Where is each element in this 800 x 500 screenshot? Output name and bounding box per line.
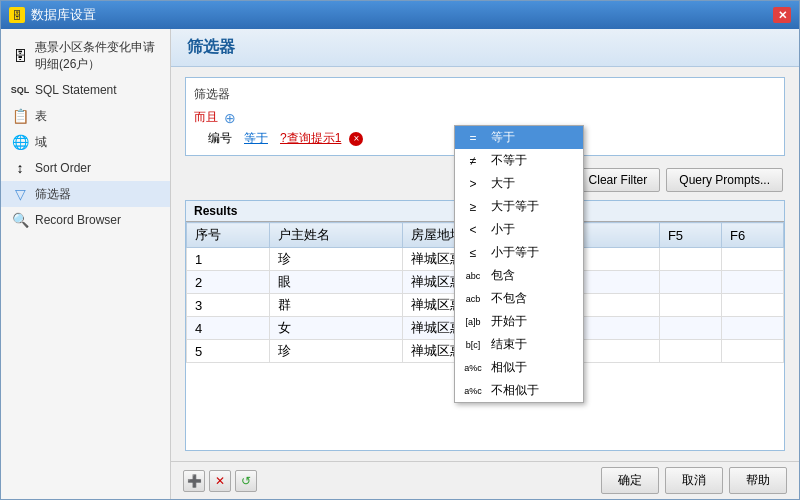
col-header-f5: F5 <box>659 223 721 248</box>
lt-label: 小于 <box>491 221 515 238</box>
col-header-seqno: 序号 <box>187 223 270 248</box>
table-cell: 珍 <box>269 340 402 363</box>
and-label: 而且 <box>194 109 218 126</box>
help-button[interactable]: 帮助 <box>729 467 787 494</box>
table-cell: 珍 <box>269 248 402 271</box>
clear-filter-button[interactable]: Clear Filter <box>576 168 661 192</box>
dropdown-item-contains[interactable]: abc 包含 <box>455 264 583 287</box>
gte-label: 大于等于 <box>491 198 539 215</box>
query-prompts-button[interactable]: Query Prompts... <box>666 168 783 192</box>
bottom-left-buttons: ➕ ✕ ↺ <box>183 470 257 492</box>
lt-icon: < <box>463 223 483 237</box>
dropdown-item-gte[interactable]: ≥ 大于等于 <box>455 195 583 218</box>
window-title: 数据库设置 <box>31 6 96 24</box>
main-area: 筛选器 筛选器 而且 ⊕ 编号 等于 ?查询提示1 × <box>171 29 799 499</box>
table-cell: 1 <box>187 248 270 271</box>
content-area: 🗄 惠景小区条件变化申请明细(26户） SQL SQL Statement 📋 … <box>1 29 799 499</box>
dropdown-item-notlike[interactable]: a%c 不相似于 <box>455 379 583 402</box>
table-cell <box>721 248 783 271</box>
startswith-label: 开始于 <box>491 313 527 330</box>
table-cell <box>659 248 721 271</box>
dropdown-item-startswith[interactable]: [a]b 开始于 <box>455 310 583 333</box>
notcontains-icon: acb <box>463 294 483 304</box>
dropdown-item-notcontains[interactable]: acb 不包含 <box>455 287 583 310</box>
dropdown-item-lt[interactable]: < 小于 <box>455 218 583 241</box>
bottom-right-buttons: 确定 取消 帮助 <box>601 467 787 494</box>
record-icon: 🔍 <box>11 211 29 229</box>
contains-icon: abc <box>463 271 483 281</box>
remove-condition-button[interactable]: × <box>349 132 363 146</box>
dropdown-item-lte[interactable]: ≤ 小于等于 <box>455 241 583 264</box>
dropdown-item-endswith[interactable]: b[c] 结束于 <box>455 333 583 356</box>
dropdown-item-gt[interactable]: > 大于 <box>455 172 583 195</box>
close-button[interactable]: ✕ <box>773 7 791 23</box>
notlike-icon: a%c <box>463 386 483 396</box>
table-cell: 5 <box>187 340 270 363</box>
sidebar-label-domain: 域 <box>35 134 47 151</box>
contains-label: 包含 <box>491 267 515 284</box>
sidebar-label-sql: SQL Statement <box>35 83 117 97</box>
table-cell: 眼 <box>269 271 402 294</box>
refresh-button[interactable]: ↺ <box>235 470 257 492</box>
domain-icon: 🌐 <box>11 133 29 151</box>
add-record-button[interactable]: ➕ <box>183 470 205 492</box>
col-header-name: 户主姓名 <box>269 223 402 248</box>
notequals-icon: ≠ <box>463 154 483 168</box>
table-cell <box>721 294 783 317</box>
confirm-button[interactable]: 确定 <box>601 467 659 494</box>
table-icon: 📋 <box>11 107 29 125</box>
table-cell <box>721 340 783 363</box>
table-cell: 群 <box>269 294 402 317</box>
equals-label: 等于 <box>491 129 515 146</box>
dropdown-item-notequals[interactable]: ≠ 不等于 <box>455 149 583 172</box>
filter-and-row: 而且 ⊕ <box>194 109 776 126</box>
dropdown-item-equals[interactable]: = 等于 <box>455 126 583 149</box>
sidebar-item-sql[interactable]: SQL SQL Statement <box>1 77 170 103</box>
table-cell <box>659 271 721 294</box>
notlike-label: 不相似于 <box>491 382 539 399</box>
endswith-label: 结束于 <box>491 336 527 353</box>
table-cell: 2 <box>187 271 270 294</box>
like-icon: a%c <box>463 363 483 373</box>
col-header-f6: F6 <box>721 223 783 248</box>
sidebar: 🗄 惠景小区条件变化申请明细(26户） SQL SQL Statement 📋 … <box>1 29 171 499</box>
sidebar-item-db[interactable]: 🗄 惠景小区条件变化申请明细(26户） <box>1 35 170 77</box>
sql-icon: SQL <box>11 81 29 99</box>
table-cell: 3 <box>187 294 270 317</box>
table-cell <box>721 271 783 294</box>
lte-label: 小于等于 <box>491 244 539 261</box>
main-body: 筛选器 而且 ⊕ 编号 等于 ?查询提示1 × <box>171 67 799 461</box>
sidebar-item-sort[interactable]: ↕ Sort Order <box>1 155 170 181</box>
sidebar-label-db: 惠景小区条件变化申请明细(26户） <box>35 39 160 73</box>
equals-icon: = <box>463 131 483 145</box>
endswith-icon: b[c] <box>463 340 483 350</box>
sort-icon: ↕ <box>11 159 29 177</box>
sidebar-label-record: Record Browser <box>35 213 121 227</box>
sidebar-label-table: 表 <box>35 108 47 125</box>
filter-box-title: 筛选器 <box>194 86 776 103</box>
add-condition-button[interactable]: ⊕ <box>224 110 236 126</box>
main-window: 🗄 数据库设置 ✕ 🗄 惠景小区条件变化申请明细(26户） SQL SQL St… <box>0 0 800 500</box>
like-label: 相似于 <box>491 359 527 376</box>
condition-value[interactable]: ?查询提示1 <box>280 130 341 147</box>
sidebar-item-table[interactable]: 📋 表 <box>1 103 170 129</box>
notequals-label: 不等于 <box>491 152 527 169</box>
condition-field: 编号 <box>208 130 232 147</box>
table-cell <box>659 340 721 363</box>
bottom-toolbar: ➕ ✕ ↺ 确定 取消 帮助 <box>171 461 799 499</box>
sidebar-item-record[interactable]: 🔍 Record Browser <box>1 207 170 233</box>
lte-icon: ≤ <box>463 246 483 260</box>
sidebar-item-filter[interactable]: ▽ 筛选器 <box>1 181 170 207</box>
table-cell <box>659 317 721 340</box>
condition-operator[interactable]: 等于 <box>244 130 268 147</box>
table-cell <box>659 294 721 317</box>
titlebar-left: 🗄 数据库设置 <box>9 6 96 24</box>
dropdown-item-like[interactable]: a%c 相似于 <box>455 356 583 379</box>
sidebar-label-sort: Sort Order <box>35 161 91 175</box>
notcontains-label: 不包含 <box>491 290 527 307</box>
db-icon: 🗄 <box>11 47 29 65</box>
table-cell <box>721 317 783 340</box>
cancel-button[interactable]: 取消 <box>665 467 723 494</box>
sidebar-item-domain[interactable]: 🌐 域 <box>1 129 170 155</box>
delete-record-button[interactable]: ✕ <box>209 470 231 492</box>
